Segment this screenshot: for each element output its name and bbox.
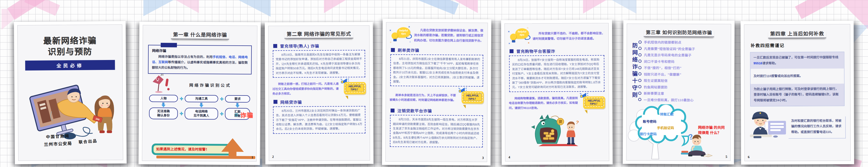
cover-title-line2: 识别与预防	[18, 46, 122, 57]
cloud-word-transfer: 转账汇款	[660, 112, 674, 117]
tips-speech-bubble: helpful tips	[397, 27, 410, 38]
cloud-illustration: ? 转账汇款 账号密码 手机验证码 银行卡密码 网络诈骗 的共同规律是 什么？	[626, 104, 731, 161]
chapter4-page: 第四章 上当后如何补救 补救四招需谨记 一旦汇款后发现自己被骗了，可在第一时间拨…	[744, 24, 851, 161]
chapter4-title: 第四章 上当后如何补救	[744, 30, 850, 38]
case-text: 8月24日，张掖市Y女士接到一自称淘宝客服的陌生电话，称其购买的口红存在质量问题…	[512, 57, 601, 89]
cloud-word-bankcard: 银行卡密码	[640, 131, 657, 136]
rule-item: 手机短信内的链接都别点	[639, 39, 728, 45]
lightbulb-tips-icon: helpful tips × ○ × ×	[508, 27, 531, 45]
page3-page: helpful tips × × ○ ○ 凡是在贷款发放前要求缴纳保证金、解冻费…	[385, 22, 488, 162]
chapter1-page: 第一章 什么是网络诈骗 网络诈骗 网络诈骗是指以非法占有为目的，利用手机短信、电…	[142, 25, 257, 162]
formula-node: 要求	[225, 95, 250, 103]
cover-banner: 全民必修	[25, 60, 115, 71]
ribbon-decoration	[418, 0, 459, 14]
definition-tab	[161, 43, 177, 47]
warning-flag-icon	[149, 75, 170, 94]
cloud-tail	[682, 136, 688, 145]
formula-node: 人物	[149, 95, 178, 102]
square-bullet-icon	[391, 48, 395, 52]
page-number: 3	[482, 156, 484, 160]
rule-item: 闭口不谈卡号和密码	[638, 59, 728, 64]
top-tip-row: helpful tips × × ○ ○ 凡是在贷款发放前要求缴纳保证金、解冻费…	[390, 26, 484, 45]
svg-text:贷: 贷	[559, 120, 562, 124]
cover-sheet: 最新网络诈骗 识别与预防 全民必修	[14, 21, 127, 164]
tip-text: 转账之前想一想，打钱之前问一问。凡是有人通过社交工具向你借钱或要求你向指定账户转…	[272, 81, 340, 96]
formula-node: 电话网络 见不到真人	[185, 108, 218, 120]
document-panel	[765, 121, 786, 134]
victim-boy: ?	[566, 120, 579, 144]
plus-sign: +	[218, 110, 225, 117]
triangle-decoration	[231, 0, 271, 17]
formula-header: 网络诈骗识别公式	[149, 75, 250, 95]
remedy-heading: 补救四招需谨记	[750, 42, 850, 48]
helpful-tips-bubble: HELPFUL TIPS！	[460, 88, 484, 108]
rule-item: 不信“接的”，相信“打的”	[638, 65, 728, 70]
rule-item: 钓鱼网站要提防	[638, 84, 728, 89]
helpful-tips-label: HELPFUL TIPS！	[584, 97, 604, 107]
svg-text:?: ?	[576, 120, 579, 125]
circle-bullet-icon	[638, 79, 641, 82]
rule-item: 凡是无显示号码来电的全是骗子	[639, 52, 728, 57]
rule-item: 钱财只进不出，“做貔貅”	[638, 72, 728, 77]
loan-monster-illustration: 贷 ?	[527, 113, 587, 147]
remedy-steps-box: 一旦汇款后发现自己被骗了，可在第一时间拨打中国银联专线95516请求帮助。 及时…	[750, 52, 844, 106]
orange-underline-bar	[156, 156, 255, 159]
chapter2-sheet: 第二章 网络诈骗的常见形式 冒充领导(熟人) 诈骗 8月19日，陇南市文县居民K…	[265, 22, 373, 164]
circle-bullet-icon	[639, 53, 642, 56]
formula-row1: 人物 + 沟通工具 + 要求	[144, 95, 255, 103]
lightbulb-icon	[392, 32, 398, 39]
alert-callout: 如果遇到上述情况，请及时报警！	[152, 143, 251, 156]
bubble-tail	[585, 110, 587, 114]
exclamation-icon	[165, 79, 168, 87]
circle-bullet-icon	[639, 40, 642, 44]
definition-box: 网络诈骗 网络诈骗是指以非法占有为目的，利用手机短信、电话、网络电话、互联网等传…	[148, 45, 252, 74]
remedy-step: 及时和要汇款的银行柜台联系，将被骗的情况向银行工作人员反映，请求帮助。或直接打报…	[788, 116, 845, 138]
tip-row: 网络购物需谨慎，退款是假，骗钱是真。凡是接到电话自称要为你理赔退款的，请务必多方…	[509, 93, 605, 113]
case-box: 8月24日，张掖市Y女士接到一自称淘宝客服的陌生电话，称其购买的口红存在质量问题…	[509, 55, 604, 92]
page4-sheet: helpful tips × ○ × × 所有贷款只要不违约、不逾期，都不会影响…	[501, 19, 613, 165]
top-tip-text: 所有贷款只要不违约、不逾期，都不会影响征信，请时刻提高警惕，切勿被不法分子的谣言…	[532, 31, 605, 41]
circle-bullet-icon	[638, 66, 641, 69]
section-heading: 冒充领导(熟人) 诈骗	[273, 43, 365, 49]
definition-label: 网络诈骗	[152, 48, 248, 53]
circle-bullet-icon	[638, 98, 641, 101]
publisher-suffix: 联合出品	[78, 138, 97, 144]
section-heading: 网络贷诈骗	[274, 99, 365, 105]
case-text: 8月19日，陇南市文县居民K先生在微信中收到一条备注为某镇党委书记的添加好友申请…	[276, 52, 362, 75]
fraud-result-label: 诈骗	[240, 110, 253, 119]
case-text: 8月20日，兰州市居民Z女士浏览网页时弹出一条快速贷款的广告，其点击进入并输入个…	[276, 108, 363, 131]
circle-bullet-icon	[638, 92, 641, 95]
helpful-tips-bubble: HELPFUL TIPS！	[342, 79, 366, 98]
triangle-decoration	[605, 0, 637, 13]
remedy-step: 及时拨打110报警或向派出所报案。	[750, 69, 844, 84]
page-number: 6	[748, 155, 750, 159]
section-heading: 冒充购物平台客服诈	[509, 48, 604, 54]
chapter3-title: 第三章 如何识别防范网络诈骗	[627, 29, 731, 37]
ribbon-decoration	[795, 0, 843, 19]
page4-page: helpful tips × ○ × × 所有贷款只要不违约、不逾期，都不会影响…	[504, 23, 609, 162]
chapter2-page: 第二章 网络诈骗的常见形式 冒充领导(熟人) 诈骗 8月19日，陇南市文县居民K…	[268, 25, 370, 161]
chapter3-page: 第三章 如何识别防范网络诈骗 防网络诈骗十守则 手机短信内的链接都别点 凡是索要…	[626, 24, 731, 161]
rule-item: 新鲜事要注意	[638, 90, 728, 96]
plus-sign: +	[218, 95, 225, 102]
formula-title: 网络诈骗识别公式	[170, 82, 250, 88]
publisher-line1: 中国甘肃网	[44, 133, 72, 139]
formula-node: 沟通工具	[185, 95, 218, 102]
tip-row: 转账之前想一想，打钱之前问一问。凡是有人通过社交工具向你借钱或要求你向指定账户转…	[272, 79, 366, 99]
orange-arrow-icon	[221, 138, 244, 158]
chapter4-sheet: 第四章 上当后如何补救 补救四招需谨记 一旦汇款后发现自己被骗了，可在第一时间拨…	[741, 20, 854, 165]
rules-side-label: 防网络诈骗十守则	[630, 43, 639, 103]
rules-list: 手机短信内的链接都别点 凡是索要“短信验证码”的全是骗子 凡是无显示号码来电的全…	[638, 39, 728, 103]
cover-title-line1: 最新网络诈骗	[18, 35, 122, 47]
publisher-line2: 兰州市公安局	[44, 140, 72, 148]
rule-item: 凡是索要“短信验证码”的全是骗子	[639, 46, 728, 51]
page3-sheet: helpful tips × × ○ ○ 凡是在贷款发放前要求缴纳保证金、解冻费…	[382, 19, 491, 165]
bulb-base	[393, 39, 397, 41]
triangle-decoration	[583, 0, 612, 13]
circle-bullet-icon	[638, 59, 641, 62]
top-tip-text: 凡是在贷款发放前要求缴纳保证金、解冻费、做流水账的都是诈骗，若需贷款，请到银行或…	[414, 28, 484, 43]
case-box: 8月21日，庆阳市居民J女士在微信群里看到有人发布兼职刷单的信息，主动添加对方微…	[390, 54, 483, 87]
lightbulb-icon	[510, 34, 517, 40]
keyword-internet: 互联网	[158, 60, 168, 64]
circle-bullet-icon	[638, 85, 641, 88]
